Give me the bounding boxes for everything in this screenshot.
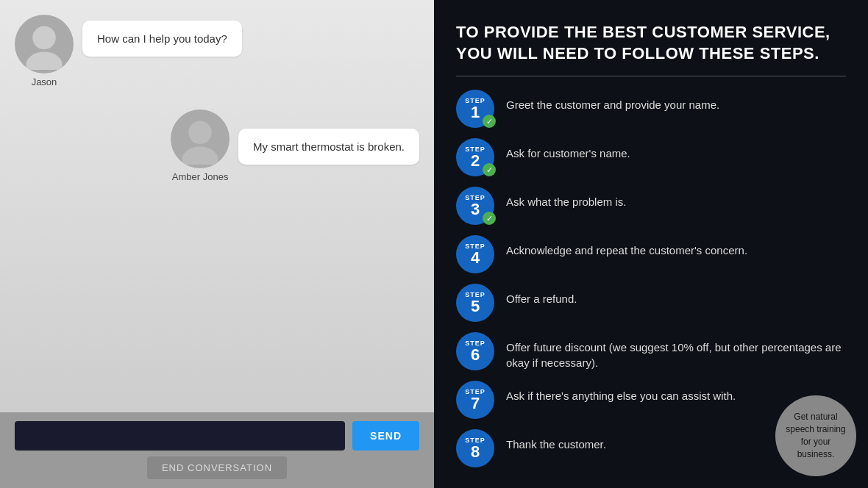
step-number-1: 1: [471, 104, 480, 121]
step-number-7: 7: [471, 395, 480, 412]
step-badge-container-5: STEP 5: [456, 284, 494, 322]
check-icon-1: ✓: [483, 115, 496, 128]
step-number-3: 3: [471, 201, 480, 218]
amber-avatar: [171, 110, 230, 168]
step-badge-container-2: STEP 2 ✓: [456, 138, 494, 176]
svg-point-0: [32, 26, 56, 50]
step-text-2: Ask for customer's name.: [506, 138, 630, 161]
step-text-6: Offer future discount (we suggest 10% of…: [506, 332, 846, 370]
step-number-4: 4: [471, 250, 480, 266]
jason-message: How can I help you today?: [82, 21, 242, 57]
step-badge-5: STEP 5: [456, 284, 494, 322]
step-badge-container-1: STEP 1 ✓: [456, 90, 494, 128]
amber-avatar-container: Amber Jones: [171, 110, 230, 182]
chat-panel: Jason How can I help you today? My smart…: [0, 0, 434, 488]
chat-input[interactable]: [15, 421, 345, 451]
step-badge-6: STEP 6: [456, 332, 494, 370]
step-badge-container-8: STEP 8: [456, 429, 494, 467]
step-text-5: Offer a refund.: [506, 284, 577, 306]
send-button[interactable]: SEND: [352, 421, 419, 451]
check-icon-3: ✓: [483, 212, 496, 225]
step-item-2: STEP 2 ✓ Ask for customer's name.: [456, 138, 846, 176]
step-item-5: STEP 5 Offer a refund.: [456, 284, 846, 322]
step-text-3: Ask what the problem is.: [506, 187, 626, 209]
step-text-1: Greet the customer and provide your name…: [506, 90, 719, 112]
step-number-6: 6: [471, 347, 480, 363]
svg-point-3: [182, 147, 218, 165]
step-badge-8: STEP 8: [456, 429, 494, 467]
message-row-jason: Jason How can I help you today?: [15, 15, 419, 87]
step-text-8: Thank the customer.: [506, 429, 606, 452]
step-badge-container-7: STEP 7: [456, 381, 494, 419]
chat-area: Jason How can I help you today? My smart…: [0, 0, 434, 412]
step-item-1: STEP 1 ✓ Greet the customer and provide …: [456, 90, 846, 128]
step-badge-container-3: STEP 3 ✓: [456, 187, 494, 225]
end-conversation-button[interactable]: END CONVERSATION: [147, 456, 287, 479]
svg-point-2: [188, 121, 212, 145]
check-icon-2: ✓: [483, 163, 496, 176]
step-number-8: 8: [471, 444, 480, 460]
amber-name: Amber Jones: [172, 171, 229, 182]
step-badge-container-4: STEP 4: [456, 235, 494, 273]
step-item-3: STEP 3 ✓ Ask what the problem is.: [456, 187, 846, 225]
step-badge-4: STEP 4: [456, 235, 494, 273]
step-number-5: 5: [471, 298, 480, 315]
jason-avatar: [15, 15, 74, 73]
jason-name: Jason: [32, 76, 57, 87]
step-item-6: STEP 6 Offer future discount (we suggest…: [456, 332, 846, 370]
step-number-2: 2: [471, 153, 480, 169]
branding-badge: Get natural speech training for your bus…: [775, 395, 856, 476]
step-text-4: Acknowledge and repeat the customer's co…: [506, 235, 747, 258]
step-badge-container-6: STEP 6: [456, 332, 494, 370]
input-row: SEND: [15, 421, 419, 451]
message-row-amber: My smart thermostat is broken. Amber Jon…: [15, 110, 419, 182]
step-item-4: STEP 4 Acknowledge and repeat the custom…: [456, 235, 846, 273]
instructions-panel: TO PROVIDE THE BEST CUSTOMER SERVICE, YO…: [434, 0, 868, 488]
jason-avatar-container: Jason: [15, 15, 74, 87]
amber-message: My smart thermostat is broken.: [238, 129, 419, 165]
step-badge-7: STEP 7: [456, 381, 494, 419]
panel-title: TO PROVIDE THE BEST CUSTOMER SERVICE, YO…: [456, 22, 846, 64]
input-area: SEND END CONVERSATION: [0, 412, 434, 488]
step-text-7: Ask if there's anything else you can ass…: [506, 381, 736, 403]
title-divider: [456, 76, 846, 76]
svg-point-1: [26, 52, 63, 71]
